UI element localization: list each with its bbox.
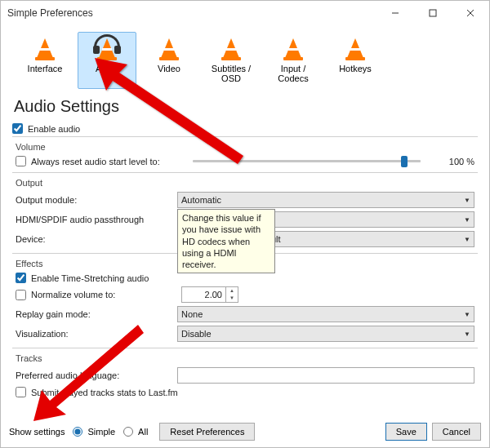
hotkeys-icon (344, 36, 367, 60)
visualization-combo[interactable]: Disable▼ (177, 326, 474, 342)
tab-audio[interactable]: Audio (78, 32, 136, 89)
combo-value: Automatic (181, 195, 221, 205)
combo-value: Disable (181, 329, 212, 339)
spin-up-icon[interactable]: ▲ (226, 287, 238, 295)
subtitles-icon (220, 36, 243, 60)
tab-subtitles[interactable]: Subtitles / OSD (202, 32, 261, 89)
chevron-down-icon: ▼ (464, 311, 470, 318)
time-stretch-label: Enable Time-Stretching audio (31, 273, 149, 283)
normalize-label: Normalize volume to: (31, 290, 181, 299)
show-simple-label: Simple (87, 427, 115, 437)
volume-slider-wrap: 100 % (193, 157, 474, 166)
time-stretch-checkbox[interactable] (16, 273, 26, 283)
chevron-down-icon: ▼ (464, 216, 470, 224)
lastfm-label: Submit played tracks stats to Last.fm (31, 388, 178, 397)
normalize-row: Normalize volume to: 2.00 ▲▼ (12, 286, 478, 304)
tab-label: Audio (96, 64, 118, 73)
titlebar: Simple Preferences (1, 1, 489, 25)
tab-video[interactable]: Video (140, 32, 198, 89)
video-icon (158, 36, 180, 60)
replay-gain-row: Replay gain mode: None▼ (12, 305, 478, 323)
tab-interface[interactable]: Interface (16, 32, 74, 89)
normalize-checkbox[interactable] (16, 290, 26, 300)
tab-label: Hotkeys (339, 64, 372, 73)
spinner-value: 2.00 (182, 290, 225, 299)
tracks-group-title: Tracks (16, 353, 478, 363)
tooltip: Change this value if you have issue with… (177, 209, 275, 273)
chevron-down-icon: ▼ (464, 330, 470, 338)
pref-lang-field[interactable] (177, 367, 474, 384)
window-title: Simple Preferences (7, 7, 376, 19)
interface-icon (33, 36, 56, 60)
enable-audio-checkbox[interactable] (12, 123, 23, 134)
svg-rect-1 (430, 10, 436, 16)
reset-level-checkbox[interactable] (16, 156, 26, 166)
output-module-row: Output module: Automatic▼ (12, 191, 478, 209)
show-settings-group: Show settings Simple All Reset Preferenc… (9, 423, 255, 441)
volume-slider[interactable] (193, 160, 421, 162)
tab-hotkeys[interactable]: Hotkeys (326, 32, 385, 89)
device-label: Device: (16, 234, 177, 244)
show-simple-radio[interactable] (73, 427, 82, 437)
tab-input-codecs[interactable]: Input / Codecs (264, 32, 323, 89)
reset-level-row: Always reset audio start level to: 100 % (12, 155, 478, 167)
slider-thumb[interactable] (401, 156, 408, 167)
normalize-spinner[interactable]: 2.00 ▲▼ (181, 286, 238, 303)
tab-label: Input / Codecs (278, 64, 308, 83)
lastfm-checkbox[interactable] (16, 387, 26, 397)
category-tabs: Interface Audio Video Subtitles / OSD In… (9, 29, 481, 92)
tab-label: Subtitles / OSD (212, 64, 251, 83)
pref-lang-label: Preferred audio language: (16, 370, 177, 380)
codecs-icon (282, 36, 305, 60)
replay-gain-combo[interactable]: None▼ (177, 306, 474, 322)
preferences-window: Simple Preferences Interface Audio Video (0, 0, 490, 448)
replay-gain-label: Replay gain mode: (16, 309, 177, 319)
chevron-down-icon: ▼ (464, 236, 470, 243)
lastfm-row: Submit played tracks stats to Last.fm (12, 386, 478, 398)
maximize-button[interactable] (414, 1, 452, 25)
volume-group-title: Volume (16, 142, 478, 152)
tracks-group: Tracks Preferred audio language: Submit … (12, 348, 478, 403)
enable-audio-row: Enable audio (9, 122, 481, 135)
tab-label: Video (158, 64, 180, 73)
spinner-buttons[interactable]: ▲▼ (225, 287, 238, 302)
visualization-row: Visualization: Disable▼ (12, 325, 478, 343)
cancel-button[interactable]: Cancel (432, 423, 481, 441)
passthrough-label: HDMI/SPDIF audio passthrough (16, 215, 177, 224)
reset-level-label: Always reset audio start level to: (31, 157, 160, 166)
page-title: Audio Settings (14, 97, 481, 116)
window-controls (376, 1, 489, 25)
output-module-combo[interactable]: Automatic▼ (177, 192, 474, 208)
save-button[interactable]: Save (385, 423, 427, 441)
visualization-label: Visualization: (16, 329, 177, 339)
tab-label: Interface (28, 64, 63, 73)
minimize-button[interactable] (376, 1, 414, 25)
combo-value: None (181, 309, 203, 319)
volume-group: Volume Always reset audio start level to… (12, 136, 478, 172)
output-module-label: Output module: (16, 195, 177, 205)
show-all-label: All (138, 427, 148, 437)
show-settings-label: Show settings (9, 427, 65, 437)
reset-preferences-button[interactable]: Reset Preferences (159, 423, 255, 441)
audio-icon (96, 36, 118, 60)
enable-audio-label: Enable audio (28, 124, 80, 134)
output-group-title: Output (16, 178, 478, 188)
chevron-down-icon: ▼ (464, 197, 470, 204)
volume-percent: 100 % (425, 157, 474, 166)
spin-down-icon[interactable]: ▼ (226, 295, 238, 302)
show-all-radio[interactable] (123, 427, 133, 437)
close-button[interactable] (452, 1, 489, 25)
footer: Show settings Simple All Reset Preferenc… (9, 423, 481, 441)
pref-lang-row: Preferred audio language: (12, 366, 478, 384)
